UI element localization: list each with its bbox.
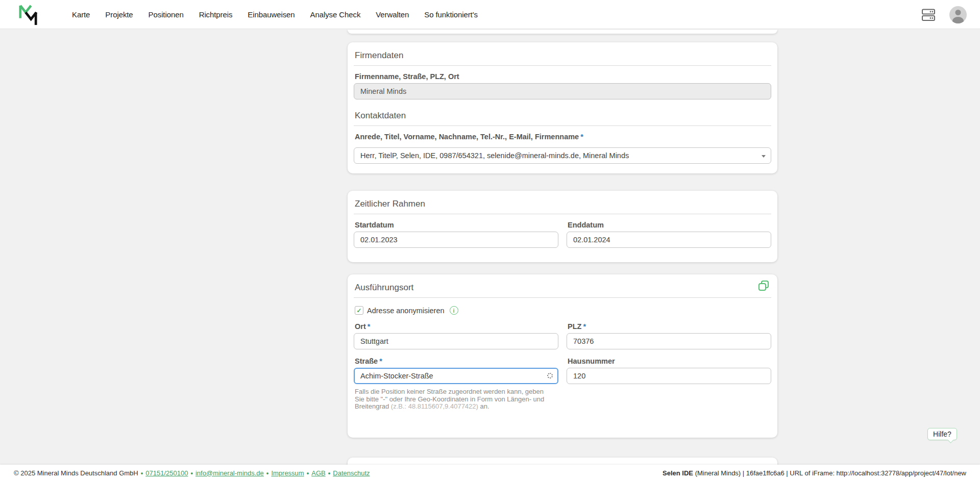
- city-input[interactable]: [354, 333, 558, 349]
- previous-card-bottom-edge: [348, 30, 777, 34]
- timeframe-card: Zeitlicher Rahmen Startdatum Enddatum: [348, 191, 777, 262]
- contact-field-label-text: Anrede, Titel, Vorname, Nachname, Tel.-N…: [355, 133, 579, 141]
- street-input[interactable]: [354, 368, 558, 384]
- street-help-part2: an.: [478, 402, 489, 410]
- app-info-ide-name: Selen IDE: [663, 469, 693, 477]
- company-card-title: Firmendaten: [355, 49, 771, 62]
- city-label: Ort*: [355, 322, 558, 331]
- nav-item-richtpreis[interactable]: Richtpreis: [199, 10, 233, 19]
- location-card-title: Ausführungsort: [355, 282, 771, 294]
- chevron-down-icon: [762, 155, 766, 158]
- nav-item-projekte[interactable]: Projekte: [105, 10, 133, 19]
- anonymize-address-checkbox[interactable]: ✓: [355, 306, 363, 315]
- divider: [354, 125, 771, 126]
- mineral-minds-logo[interactable]: [18, 4, 38, 26]
- footer-link-agb[interactable]: AGB: [311, 469, 325, 477]
- footer-separator: •: [307, 469, 309, 477]
- footer-link-email[interactable]: info@mineral-minds.de: [195, 469, 264, 477]
- contact-field-label: Anrede, Titel, Vorname, Nachname, Tel.-N…: [355, 132, 771, 141]
- end-date-input[interactable]: [567, 232, 771, 248]
- app-info-text: Selen IDE (Mineral Minds) | 16fae1ffc6a6…: [663, 469, 966, 477]
- required-marker: *: [379, 357, 382, 365]
- nav-item-einbauweisen[interactable]: Einbauweisen: [248, 10, 295, 19]
- zip-label-text: PLZ: [568, 322, 581, 331]
- timeframe-card-title: Zeitlicher Rahmen: [355, 198, 771, 210]
- loading-spinner-icon: [547, 373, 553, 378]
- footer-separator: •: [266, 469, 269, 477]
- house-number-input[interactable]: [567, 368, 771, 384]
- city-label-text: Ort: [355, 322, 366, 331]
- divider: [354, 65, 771, 66]
- copy-icon[interactable]: [757, 280, 770, 292]
- nav-item-verwalten[interactable]: Verwalten: [376, 10, 409, 19]
- street-help-coordinates: (z.B.: 48.8115607,9.4077422): [391, 402, 478, 410]
- footer-link-impressum[interactable]: Impressum: [271, 469, 304, 477]
- contact-section-title: Kontaktdaten: [355, 110, 771, 122]
- street-label: Straße*: [355, 357, 558, 366]
- street-label-text: Straße: [355, 357, 378, 365]
- footer-separator: •: [328, 469, 331, 477]
- street-help-text: Falls die Position keiner Straße zugeord…: [355, 388, 555, 411]
- avatar-torso-icon: [952, 17, 964, 23]
- contact-select[interactable]: Herr, TitelP, Selen, IDE, 0987/654321, s…: [354, 147, 771, 164]
- user-avatar[interactable]: [949, 6, 967, 23]
- start-date-label: Startdatum: [355, 220, 558, 230]
- end-date-label: Enddatum: [568, 220, 771, 230]
- execution-location-card: Ausführungsort ✓ Adresse anonymisieren i…: [348, 274, 777, 438]
- copyright-text: © 2025 Mineral Minds Deutschland GmbH: [14, 469, 138, 477]
- required-marker: *: [583, 322, 586, 331]
- avatar-head-icon: [955, 10, 961, 15]
- info-icon[interactable]: i: [450, 306, 458, 315]
- company-data-card: Firmendaten Firmenname, Straße, PLZ, Ort…: [348, 42, 777, 173]
- company-name-field: [354, 83, 771, 99]
- required-marker: *: [368, 322, 371, 331]
- nav-item-karte[interactable]: Karte: [72, 10, 90, 19]
- company-field-label: Firmenname, Straße, PLZ, Ort: [355, 72, 771, 81]
- contact-select-value: Herr, TitelP, Selen, IDE, 0987/654321, s…: [360, 151, 629, 160]
- main-menu: Karte Projekte Positionen Richtpreis Ein…: [72, 0, 478, 29]
- divider: [354, 297, 771, 298]
- app-info-details: (Mineral Minds) | 16fae1ffc6a6 | URL of …: [693, 469, 966, 477]
- start-date-input[interactable]: [354, 232, 558, 248]
- help-button[interactable]: Hilfe?: [927, 428, 957, 440]
- footer-separator: •: [190, 469, 193, 477]
- server-stack-icon[interactable]: [921, 7, 936, 22]
- footer-link-datenschutz[interactable]: Datenschutz: [333, 469, 370, 477]
- required-marker: *: [580, 133, 583, 141]
- house-number-label: Hausnummer: [568, 357, 771, 366]
- footer-separator: •: [141, 469, 143, 477]
- nav-item-analyse-check[interactable]: Analyse Check: [310, 10, 361, 19]
- top-navbar: Karte Projekte Positionen Richtpreis Ein…: [0, 0, 980, 29]
- nav-item-so-funktionierts[interactable]: So funktioniert's: [424, 10, 478, 19]
- anonymize-address-label: Adresse anonymisieren: [367, 307, 445, 315]
- zip-label: PLZ*: [568, 322, 771, 331]
- nav-item-positionen[interactable]: Positionen: [149, 10, 184, 19]
- footer: © 2025 Mineral Minds Deutschland GmbH • …: [0, 465, 980, 481]
- zip-input[interactable]: [567, 333, 771, 349]
- footer-link-phone[interactable]: 07151/250100: [145, 469, 188, 477]
